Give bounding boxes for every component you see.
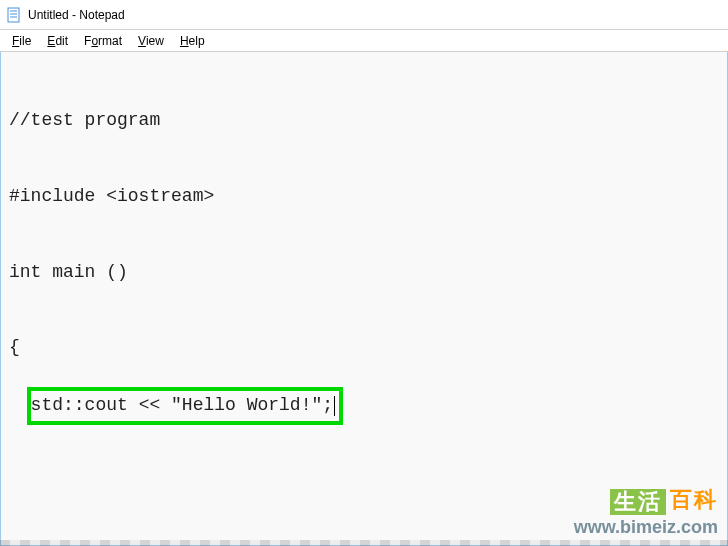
- code-line: //test program: [9, 108, 719, 133]
- menu-view[interactable]: View: [130, 32, 172, 50]
- menu-edit[interactable]: Edit: [39, 32, 76, 50]
- watermark: 生活 百科 www.bimeiz.com: [574, 489, 718, 538]
- svg-rect-0: [8, 8, 19, 22]
- watermark-label-right: 百科: [670, 489, 718, 511]
- text-cursor-icon: [334, 396, 335, 416]
- code-line: int main (): [9, 260, 719, 285]
- bottom-stripes: [0, 540, 728, 546]
- watermark-url: www.bimeiz.com: [574, 517, 718, 538]
- titlebar: Untitled - Notepad: [0, 0, 728, 30]
- watermark-cn: 生活 百科: [574, 489, 718, 515]
- menu-help[interactable]: Help: [172, 32, 213, 50]
- window-title: Untitled - Notepad: [28, 8, 125, 22]
- text-editor[interactable]: //test program #include <iostream> int m…: [0, 52, 728, 546]
- notepad-icon: [6, 7, 22, 23]
- code-line: {: [9, 335, 719, 360]
- menu-file[interactable]: File: [4, 32, 39, 50]
- menu-format[interactable]: Format: [76, 32, 130, 50]
- highlighted-code: std::cout << "Hello World!";: [27, 387, 343, 424]
- watermark-label-left: 生活: [610, 489, 666, 515]
- code-line: #include <iostream>: [9, 184, 719, 209]
- code-line: std::cout << "Hello World!";: [31, 395, 333, 415]
- menubar: File Edit Format View Help: [0, 30, 728, 52]
